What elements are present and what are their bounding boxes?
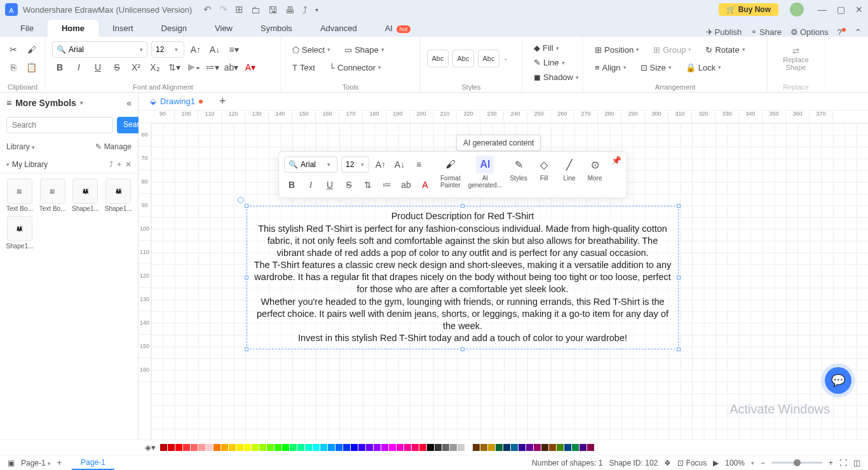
resize-handle[interactable] [677,347,681,351]
style-preset-2[interactable]: Abc [452,50,474,67]
decrease-font-icon[interactable]: A↓ [207,42,222,57]
lock-menu[interactable]: 🔒 Lock▾ [681,60,726,75]
tab-symbols[interactable]: Symbols [247,20,306,37]
library-dropdown[interactable]: Library ▾ [6,142,35,151]
color-swatch[interactable] [351,444,358,451]
symbol-search-input[interactable] [6,117,113,133]
group-menu[interactable]: ⊞ Group▾ [648,43,696,57]
ft-spacing-icon[interactable]: ⇅ [360,177,376,192]
ft-align-icon[interactable]: ≡ [411,157,426,172]
color-swatch[interactable] [282,444,289,451]
ft-pin-icon[interactable]: 📌 [611,156,621,165]
color-swatch[interactable] [275,444,281,451]
indent-icon[interactable]: ⫸▾ [186,60,201,75]
symbol-item[interactable]: 👪Shape1... [5,216,34,250]
bold-icon[interactable]: B [52,60,67,75]
font-size-select[interactable]: ▾ [151,41,184,58]
cut-icon[interactable]: ✂ [6,42,21,57]
ft-more[interactable]: ⊙More [586,156,604,182]
resize-handle[interactable] [677,276,681,279]
color-swatch[interactable] [412,444,419,451]
ft-underline-icon[interactable]: U [322,177,337,192]
color-swatch[interactable] [214,444,220,451]
color-swatch[interactable] [488,444,495,451]
undo-icon[interactable]: ↶ [203,4,212,15]
resize-handle[interactable] [461,204,465,208]
tab-home[interactable]: Home [48,20,98,37]
color-swatch[interactable] [236,444,243,451]
text-tool[interactable]: T Text [287,60,320,75]
align-icon[interactable]: ≡▾ [226,42,241,57]
zoom-slider[interactable] [771,462,822,464]
strikethrough-icon[interactable]: S [109,60,125,75]
style-preset-1[interactable]: Abc [427,50,449,67]
color-swatch[interactable] [465,444,472,451]
ft-strike-icon[interactable]: S [341,177,356,192]
selected-text-box[interactable]: Product Description for Red T-Shirt This… [247,206,679,349]
position-menu[interactable]: ⊞ Position▾ [590,43,644,57]
color-swatch[interactable] [404,444,411,451]
ft-format-painter[interactable]: 🖌Format Painter [440,156,461,189]
styles-expand-icon[interactable]: ⌄ [503,55,508,62]
resize-handle[interactable] [677,204,681,208]
color-swatch[interactable] [168,444,175,451]
fill-menu[interactable]: ◆ Fill▾ [529,41,576,55]
options-button[interactable]: ⚙ Options [790,27,829,37]
tab-design[interactable]: Design [147,20,201,37]
zoom-out-button[interactable]: − [761,459,765,467]
tab-file[interactable]: File [6,20,48,37]
collapse-panel-icon[interactable]: « [126,98,132,108]
ft-highlight-icon[interactable]: ab [398,177,414,192]
color-swatch[interactable] [366,444,373,451]
new-icon[interactable]: ⊞ [235,4,243,15]
print-icon[interactable]: 🖶 [285,4,295,15]
document-tab-drawing1[interactable]: ⬙ Drawing1 [142,94,210,109]
add-document-button[interactable]: + [214,95,231,108]
align-menu[interactable]: ≡ Align▾ [590,60,632,75]
subscript-icon[interactable]: X₂ [147,60,163,75]
add-page-button[interactable]: + [57,459,62,467]
ft-color-icon[interactable]: A [417,177,433,192]
color-swatch[interactable] [480,444,487,451]
user-avatar[interactable] [790,3,804,17]
color-swatch[interactable] [511,444,518,451]
lib-add-icon[interactable]: + [117,160,121,169]
presentation-icon[interactable]: ▶ [713,459,719,467]
shape-tool[interactable]: ▭ Shape ▾ [339,43,390,57]
ft-fill[interactable]: ◇Fill [535,156,553,182]
manage-link[interactable]: ✎ Manage [95,142,132,151]
color-swatch[interactable] [175,444,182,451]
color-swatch[interactable] [458,444,465,451]
color-swatch[interactable] [320,444,327,451]
color-swatch[interactable] [290,444,297,451]
color-swatch[interactable] [305,444,312,451]
chat-support-icon[interactable]: 💬 [825,367,851,394]
ft-inc-font-icon[interactable]: A↑ [373,157,388,172]
bullets-icon[interactable]: ≔▾ [205,60,220,75]
redo-icon[interactable]: ↷ [219,4,227,15]
publish-button[interactable]: ✈ Publish [706,27,742,37]
color-swatch[interactable] [313,444,320,451]
color-swatch[interactable] [252,444,259,451]
color-swatch[interactable] [259,444,266,451]
color-swatch[interactable] [229,444,236,451]
color-swatch[interactable] [336,444,342,451]
canvas[interactable]: AI generated content 🔍 ▾ ▾ A↑ A↓ ≡ B I U [151,123,868,440]
ft-ai-generated[interactable]: AIAI generated... [468,156,502,189]
layers-icon[interactable]: ❖ [664,459,671,467]
tab-advanced[interactable]: Advanced [306,20,371,37]
lib-close-icon[interactable]: ✕ [125,160,132,169]
line-menu[interactable]: ✎ Line▾ [529,55,576,70]
resize-handle[interactable] [245,347,248,351]
increase-font-icon[interactable]: A↑ [188,42,203,57]
symbol-item[interactable]: 👪Shape1... [71,178,100,212]
color-swatch[interactable] [526,444,533,451]
ft-italic-icon[interactable]: I [303,177,318,192]
shadow-menu[interactable]: ◼ Shadow▾ [529,70,576,84]
color-swatch[interactable] [244,444,251,451]
color-swatch[interactable] [160,444,167,451]
color-swatch[interactable] [374,444,381,451]
select-tool[interactable]: ⬠ Select ▾ [287,43,336,57]
rotate-handle-icon[interactable] [238,197,244,203]
close-icon[interactable]: ✕ [855,4,863,15]
